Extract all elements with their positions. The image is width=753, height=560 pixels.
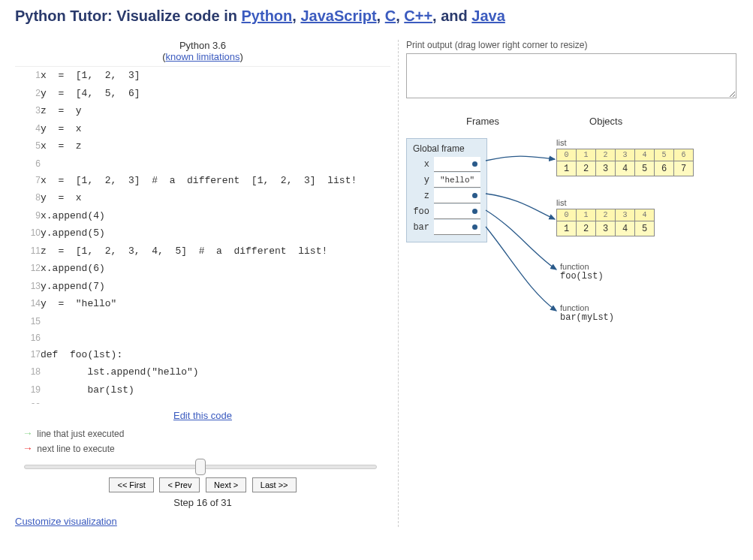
code-line: 8y = x: [15, 189, 390, 207]
code-viewer[interactable]: 1x = [1, 2, 3]2y = [4, 5, 6]3z = y4y = x…: [15, 66, 390, 404]
list-index: 4: [635, 209, 655, 221]
legend-next-text: next line to execute: [37, 444, 114, 454]
arrow-next-icon: →: [23, 442, 35, 454]
code-text: x.append(6): [41, 260, 390, 278]
list-index: 0: [557, 149, 577, 161]
line-number: 19: [15, 381, 41, 399]
list-value: 4: [616, 221, 635, 236]
list1-label: list: [556, 138, 694, 147]
func2-sig: bar(myLst): [560, 312, 614, 323]
var-name: x: [413, 159, 434, 170]
prev-button[interactable]: < Prev: [159, 477, 200, 492]
code-text: y = "hello": [41, 295, 390, 313]
code-text: [41, 330, 390, 346]
print-output-label: Print output (drag lower right corner to…: [406, 40, 738, 50]
object-func-bar: function bar(myLst): [560, 303, 614, 323]
line-number: 13: [15, 278, 41, 296]
line-number: 8: [15, 189, 41, 207]
list-value: 2: [577, 161, 596, 176]
list-index: 2: [596, 149, 616, 161]
objects-header: Objects: [589, 116, 622, 127]
frames-header: Frames: [466, 116, 499, 127]
code-text: y = [4, 5, 6]: [41, 85, 390, 103]
frame-var-row: y"hello": [413, 173, 480, 188]
line-number: 5: [15, 137, 41, 155]
list-value: 7: [674, 161, 694, 176]
code-line: 16: [15, 330, 390, 346]
line-number: 17: [15, 346, 41, 364]
code-text: def foo(lst):: [41, 346, 390, 364]
edit-code-link[interactable]: Edit this code: [173, 410, 232, 421]
var-value: [434, 188, 480, 203]
lang-link-c[interactable]: C: [385, 8, 396, 24]
code-line: 12x.append(6): [15, 260, 390, 278]
list-index: 2: [596, 209, 616, 221]
code-text: lst.append("hello"): [41, 363, 390, 381]
code-line: 7x = [1, 2, 3] # a different [1, 2, 3] l…: [15, 172, 390, 190]
lang-link-java[interactable]: Java: [471, 8, 505, 24]
object-func-foo: function foo(lst): [560, 262, 604, 282]
list-index: 3: [616, 209, 635, 221]
code-line: 17def foo(lst):: [15, 346, 390, 364]
pointer-dot-icon: [472, 224, 477, 230]
list-index: 3: [616, 149, 635, 161]
var-value: "hello": [434, 173, 480, 188]
code-text: y.append(5): [41, 224, 390, 242]
object-list-1: list 01234561234567: [556, 138, 694, 176]
code-text: x = [1, 2, 3] # a different [1, 2, 3] li…: [41, 172, 390, 190]
list-index: 4: [635, 149, 655, 161]
var-name: y: [413, 175, 434, 185]
print-output-textarea[interactable]: [406, 53, 736, 98]
list-value: 1: [557, 221, 577, 236]
line-number: 15: [15, 313, 41, 330]
line-number: 9: [15, 207, 41, 225]
list2-label: list: [556, 198, 655, 207]
next-button[interactable]: Next >: [206, 477, 246, 492]
frame-var-row: x: [413, 157, 480, 172]
first-button[interactable]: << First: [109, 477, 153, 492]
arrow-executed-icon: →: [23, 427, 35, 439]
lang-link-js[interactable]: JavaScript: [300, 8, 376, 24]
step-counter: Step 16 of 31: [15, 497, 390, 508]
code-line: 13y.append(7): [15, 278, 390, 296]
line-number: 4: [15, 120, 41, 138]
customize-link[interactable]: Customize visualization: [15, 516, 117, 527]
code-line: 1x = [1, 2, 3]: [15, 67, 390, 85]
code-text: y = x: [41, 189, 390, 207]
var-name: z: [413, 191, 434, 201]
code-line: 20: [15, 399, 390, 404]
func1-sig: foo(lst): [560, 271, 604, 282]
line-number: 1: [15, 67, 41, 85]
list-index: 5: [655, 149, 674, 161]
list-value: 1: [557, 161, 577, 176]
code-text: z = y: [41, 102, 390, 120]
var-value: [434, 157, 480, 172]
frame-var-row: bar: [413, 220, 480, 235]
code-text: [41, 155, 390, 172]
code-text: y.append(7): [41, 278, 390, 296]
frame-title: Global frame: [413, 143, 480, 154]
list-index: 1: [577, 149, 596, 161]
legend-next: → next line to execute: [23, 442, 390, 454]
list-index: 6: [674, 149, 694, 161]
code-line: 9x.append(4): [15, 207, 390, 225]
code-text: x = [1, 2, 3]: [41, 67, 390, 85]
pointer-dot-icon: [472, 161, 477, 167]
step-slider[interactable]: [24, 465, 377, 469]
known-limitations-link[interactable]: known limitations: [166, 51, 240, 62]
list-value: 3: [596, 161, 616, 176]
code-line: 5x = z: [15, 137, 390, 155]
title-prefix: Python Tutor: Visualize code in: [15, 8, 242, 24]
last-button[interactable]: Last >>: [252, 477, 297, 492]
frame-var-row: z: [413, 188, 480, 203]
legend-executed-text: line that just executed: [37, 429, 124, 439]
code-line: 19 bar(lst): [15, 381, 390, 399]
code-line: 18 lst.append("hello"): [15, 363, 390, 381]
code-line: 15: [15, 313, 390, 330]
list-value: 5: [635, 221, 655, 236]
code-line: 14y = "hello": [15, 295, 390, 313]
code-text: bar(lst): [41, 381, 390, 399]
lang-link-python[interactable]: Python: [242, 8, 293, 24]
list-index: 0: [557, 209, 577, 221]
lang-link-cpp[interactable]: C++: [404, 8, 432, 24]
